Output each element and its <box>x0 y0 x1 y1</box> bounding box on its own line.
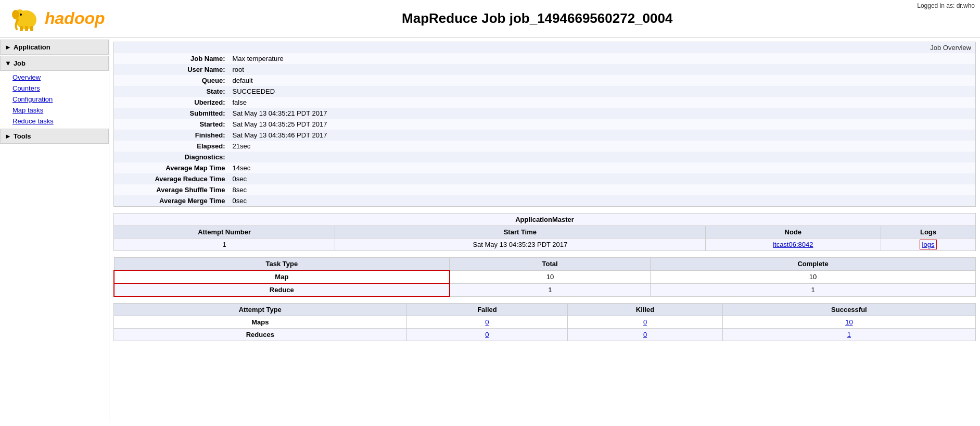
reduce-total-cell: 1 <box>450 283 651 296</box>
main-layout: ► Application ▼ Job Overview Counters Co… <box>0 37 980 422</box>
hadoop-logo-icon <box>10 4 42 33</box>
job-overview-label: Diagnostics: <box>114 152 228 162</box>
reduce-complete-cell: 1 <box>651 283 976 296</box>
sidebar-job-links: Overview Counters Configuration Map task… <box>0 71 109 128</box>
sidebar-item-counters[interactable]: Counters <box>10 83 109 94</box>
svg-point-3 <box>20 14 22 16</box>
maps-killed-link[interactable]: 0 <box>643 318 647 326</box>
node-cell: itcast06:8042 <box>705 239 881 251</box>
table-row: Reduce 1 1 <box>114 283 976 296</box>
attempt-number-cell: 1 <box>114 239 335 251</box>
logged-in-text: Logged in as: dr.who <box>917 2 975 9</box>
map-type-cell[interactable]: Map <box>114 270 450 283</box>
node-link[interactable]: itcast06:8042 <box>773 241 813 248</box>
job-overview-value <box>228 152 976 162</box>
attempt-summary-table: Attempt Type Failed Killed Successful Ma… <box>113 303 976 341</box>
table-row: Map 10 10 <box>114 270 976 283</box>
col-killed: Killed <box>568 304 722 316</box>
col-failed: Failed <box>406 304 568 316</box>
job-overview-table: Job Overview Job Name:Max temperatureUse… <box>113 42 976 207</box>
col-node: Node <box>705 226 881 239</box>
svg-point-2 <box>12 10 19 19</box>
job-overview-label: Elapsed: <box>114 141 228 152</box>
sidebar-application-label: Application <box>14 43 50 51</box>
job-overview-value: Sat May 13 04:35:21 PDT 2017 <box>228 108 976 119</box>
sidebar-item-reduce-tasks[interactable]: Reduce tasks <box>10 116 109 127</box>
reduces-type-cell: Reduces <box>114 329 407 341</box>
reduces-successful-cell: 1 <box>722 329 975 341</box>
svg-rect-5 <box>25 26 28 31</box>
logo: hadoop <box>10 4 105 33</box>
job-overview-value: default <box>228 75 976 86</box>
reduces-successful-link[interactable]: 1 <box>847 331 851 339</box>
sidebar-application-header[interactable]: ► Application <box>0 40 109 55</box>
sidebar-section-tools: ► Tools <box>0 129 109 144</box>
logo-hadoop-text: hadoop <box>45 9 105 28</box>
job-overview-label: Started: <box>114 119 228 130</box>
col-attempt-number: Attempt Number <box>114 226 335 239</box>
job-overview-value: Sat May 13 04:35:25 PDT 2017 <box>228 119 976 130</box>
col-start-time: Start Time <box>335 226 705 239</box>
sidebar-item-map-tasks[interactable]: Map tasks <box>10 105 109 116</box>
table-row: Reduces 0 0 1 <box>114 329 976 341</box>
reduce-type-cell[interactable]: Reduce <box>114 283 450 296</box>
reduces-killed-cell: 0 <box>568 329 722 341</box>
sidebar-tools-header[interactable]: ► Tools <box>0 129 109 144</box>
map-total-cell: 10 <box>450 270 651 283</box>
reduces-killed-link[interactable]: 0 <box>643 331 647 339</box>
job-overview-label: Submitted: <box>114 108 228 119</box>
header: hadoop MapReduce Job job_1494669560272_0… <box>0 0 980 37</box>
job-overview-label: Queue: <box>114 75 228 86</box>
sidebar-section-job: ▼ Job Overview Counters Configuration Ma… <box>0 56 109 128</box>
col-attempt-type: Attempt Type <box>114 304 407 316</box>
job-overview-value: Sat May 13 04:35:46 PDT 2017 <box>228 130 976 141</box>
reduces-failed-link[interactable]: 0 <box>485 331 489 339</box>
maps-successful-cell: 10 <box>722 316 975 329</box>
sidebar: ► Application ▼ Job Overview Counters Co… <box>0 37 109 422</box>
chevron-down-icon: ▼ <box>5 59 11 67</box>
sidebar-job-header[interactable]: ▼ Job <box>0 56 109 71</box>
job-overview-value: SUCCEEDED <box>228 86 976 97</box>
job-overview-label: Average Reduce Time <box>114 173 228 184</box>
col-logs: Logs <box>881 226 976 239</box>
task-summary-table: Task Type Total Complete Map 10 10 Reduc… <box>113 257 976 297</box>
application-master-table: ApplicationMaster Attempt Number Start T… <box>113 213 976 251</box>
map-complete-cell: 10 <box>651 270 976 283</box>
content-area: Job Overview Job Name:Max temperatureUse… <box>109 37 980 422</box>
maps-killed-cell: 0 <box>568 316 722 329</box>
job-overview-value: 21sec <box>228 141 976 152</box>
job-overview-label: Job Name: <box>114 53 228 64</box>
maps-failed-cell: 0 <box>406 316 568 329</box>
app-master-title: ApplicationMaster <box>114 214 976 226</box>
sidebar-tools-label: Tools <box>14 132 31 140</box>
table-row: 1 Sat May 13 04:35:23 PDT 2017 itcast06:… <box>114 239 976 251</box>
svg-rect-6 <box>30 26 33 31</box>
col-successful: Successful <box>722 304 975 316</box>
job-overview-label: Uberized: <box>114 97 228 108</box>
job-overview-label: Average Merge Time <box>114 195 228 207</box>
job-overview-value: 8sec <box>228 184 976 195</box>
job-overview-value: Max temperature <box>228 53 976 64</box>
logs-cell: logs <box>881 239 976 251</box>
table-row: Maps 0 0 10 <box>114 316 976 329</box>
job-overview-value: 0sec <box>228 195 976 207</box>
sidebar-job-label: Job <box>14 59 26 67</box>
job-overview-value: root <box>228 64 976 75</box>
col-total: Total <box>450 258 651 271</box>
job-overview-value: 0sec <box>228 173 976 184</box>
sidebar-section-application: ► Application <box>0 40 109 55</box>
sidebar-item-overview[interactable]: Overview <box>10 72 109 83</box>
job-overview-title: Job Overview <box>114 42 976 54</box>
col-task-type: Task Type <box>114 258 450 271</box>
sidebar-item-configuration[interactable]: Configuration <box>10 94 109 105</box>
chevron-right-icon: ► <box>5 43 11 51</box>
logs-link[interactable]: logs <box>920 240 937 249</box>
col-complete: Complete <box>651 258 976 271</box>
maps-successful-link[interactable]: 10 <box>845 318 852 326</box>
job-overview-label: Finished: <box>114 130 228 141</box>
maps-failed-link[interactable]: 0 <box>485 318 489 326</box>
chevron-right-icon-tools: ► <box>5 132 11 140</box>
start-time-cell: Sat May 13 04:35:23 PDT 2017 <box>335 239 705 251</box>
page-title: MapReduce Job job_1494669560272_0004 <box>105 10 970 27</box>
job-overview-value: false <box>228 97 976 108</box>
